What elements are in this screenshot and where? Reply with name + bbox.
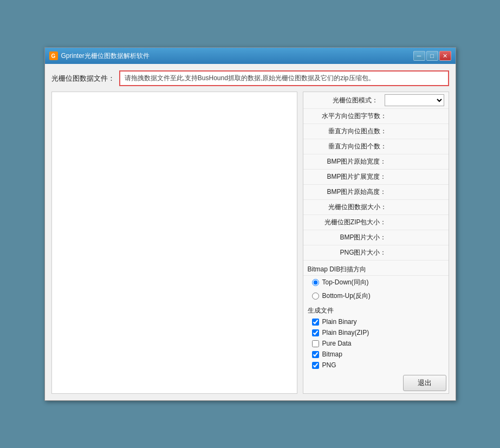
info-row-9: PNG图片大小： [303, 245, 449, 261]
image-preview-panel [51, 92, 297, 394]
exit-button[interactable]: 退出 [403, 375, 446, 391]
info-label-6: 光栅位图数据大小： [308, 203, 390, 212]
plain-binay-zip-checkbox[interactable] [312, 329, 319, 336]
file-placeholder-text: 请拖拽数据文件至此,支持BusHound抓取的数据,原始光栅位图数据及它们的zi… [125, 74, 375, 82]
bitmap-label[interactable]: Bitmap [322, 350, 342, 358]
mode-label: 光栅位图模式： [308, 96, 381, 105]
pure-data-label[interactable]: Pure Data [322, 340, 352, 347]
info-label-4: BMP图片扩展宽度： [308, 172, 390, 181]
info-row-0: 水平方向位图字节数： [303, 109, 449, 124]
info-label-5: BMP图片原始高度： [308, 187, 390, 197]
bitmap-checkbox[interactable] [312, 351, 319, 358]
main-window: G Gprinter光栅位图数据解析软件 ─ □ ✕ 光栅位图数据文件： 请拖拽… [44, 47, 456, 401]
bitmap-dib-label: Bitmap DIB扫描方向 [308, 265, 367, 273]
info-row-7: 光栅位图ZIP包大小： [303, 215, 449, 230]
app-icon: G [49, 51, 58, 60]
info-label-1: 垂直方向位图点数： [308, 127, 390, 136]
info-row-8: BMP图片大小： [303, 230, 449, 245]
info-label-7: 光栅位图ZIP包大小： [308, 218, 390, 227]
main-content: 光栅位图模式： 水平方向位图字节数： 垂直方向位图点数： 垂直方向位图个数： [51, 92, 449, 394]
minimize-button[interactable]: ─ [413, 51, 425, 61]
close-button[interactable]: ✕ [439, 51, 451, 61]
maximize-button[interactable]: □ [426, 51, 438, 61]
info-row-3: BMP图片原始宽度： [303, 154, 449, 170]
plain-binary-label[interactable]: Plain Binary [322, 318, 357, 326]
file-row: 光栅位图数据文件： 请拖拽数据文件至此,支持BusHound抓取的数据,原始光栅… [51, 70, 449, 86]
window-controls: ─ □ ✕ [413, 51, 451, 61]
checkbox-row-3: Bitmap [303, 349, 449, 360]
bottomup-label[interactable]: Bottom-Up(反向) [322, 291, 371, 301]
plain-binary-checkbox[interactable] [312, 319, 319, 326]
info-label-9: PNG图片大小： [308, 248, 390, 257]
window-body: 光栅位图数据文件： 请拖拽数据文件至此,支持BusHound抓取的数据,原始光栅… [45, 64, 456, 400]
file-label: 光栅位图数据文件： [51, 74, 115, 83]
mode-row: 光栅位图模式： [303, 92, 449, 109]
checkbox-row-2: Pure Data [303, 338, 449, 349]
pure-data-checkbox[interactable] [312, 340, 319, 347]
info-row-2: 垂直方向位图个数： [303, 139, 449, 154]
info-row-5: BMP图片原始高度： [303, 185, 449, 200]
bottomup-radio[interactable] [312, 293, 319, 300]
checkbox-row-1: Plain Binay(ZIP) [303, 327, 449, 338]
info-label-8: BMP图片大小： [308, 233, 390, 242]
footer-row: 退出 [303, 371, 449, 393]
topdown-label[interactable]: Top-Down(同向) [322, 278, 369, 287]
info-label-3: BMP图片原始宽度： [308, 157, 390, 166]
png-label[interactable]: PNG [322, 361, 336, 369]
info-row-6: 光栅位图数据大小： [303, 200, 449, 215]
png-checkbox[interactable] [312, 362, 319, 369]
window-title: Gprinter光栅位图数据解析软件 [61, 51, 410, 61]
title-bar: G Gprinter光栅位图数据解析软件 ─ □ ✕ [45, 48, 456, 64]
info-label-0: 水平方向位图字节数： [308, 112, 390, 121]
checkbox-row-4: PNG [303, 360, 449, 371]
bottomup-radio-row: Bottom-Up(反向) [303, 289, 449, 303]
info-row-1: 垂直方向位图点数： [303, 124, 449, 139]
topdown-radio-row: Top-Down(同向) [303, 276, 449, 289]
generate-section-title: 生成文件 [303, 303, 449, 316]
checkbox-row-0: Plain Binary [303, 316, 449, 327]
info-label-2: 垂直方向位图个数： [308, 142, 390, 151]
file-drop-area[interactable]: 请拖拽数据文件至此,支持BusHound抓取的数据,原始光栅位图数据及它们的zi… [119, 70, 449, 86]
right-panel: 光栅位图模式： 水平方向位图字节数： 垂直方向位图点数： 垂直方向位图个数： [303, 92, 449, 394]
topdown-radio[interactable] [312, 279, 319, 286]
plain-binay-zip-label[interactable]: Plain Binay(ZIP) [322, 329, 369, 336]
bitmap-dib-section-title: Bitmap DIB扫描方向 [303, 261, 449, 276]
mode-select[interactable] [385, 94, 444, 106]
info-row-4: BMP图片扩展宽度： [303, 170, 449, 185]
